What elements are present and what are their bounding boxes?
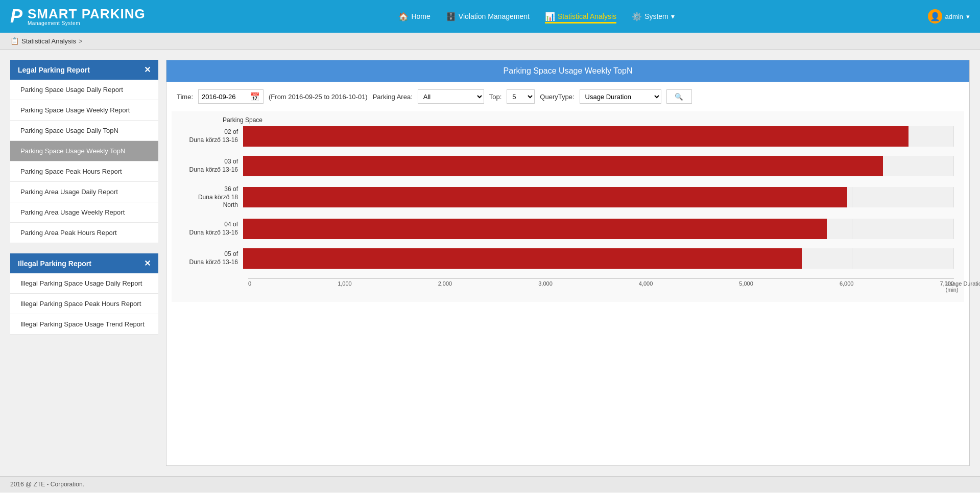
logo-text: SMART PARKING Management System — [28, 7, 146, 26]
nav-area: 🏠 Home 🗄️ Violation Management 📊 Statist… — [398, 10, 674, 24]
nav-system-label: System — [644, 12, 668, 20]
admin-avatar: 👤 — [928, 9, 942, 24]
nav-violation[interactable]: 🗄️ Violation Management — [446, 10, 530, 24]
sidebar-item-illegal-trend[interactable]: Illegal Parking Space Usage Trend Report — [10, 314, 158, 335]
illegal-section-close-icon[interactable]: ✕ — [144, 259, 151, 268]
search-icon: 🔍 — [675, 93, 683, 101]
logo-main-text: SMART PARKING — [28, 7, 146, 20]
admin-area[interactable]: 👤 admin ▾ — [928, 9, 970, 24]
x-axis-label: 1,000 — [338, 280, 352, 287]
bar-track-0 — [243, 126, 954, 147]
sidebar-gap — [10, 243, 158, 253]
querytype-label: QueryType: — [540, 93, 574, 101]
nav-statistical-label: Statistical Analysis — [558, 12, 616, 20]
illegal-section-title: Illegal Parking Report — [18, 260, 91, 268]
admin-arrow-icon: ▾ — [966, 13, 970, 20]
bar-label-1: 03 ofDuna körző 13-16 — [182, 158, 243, 174]
header: P SMART PARKING Management System 🏠 Home… — [0, 0, 980, 33]
x-axis-label: 2,000 — [438, 280, 452, 287]
y-axis-title: Parking Space — [223, 116, 954, 124]
bar-row-2: 36 ofDuna körző 18 North — [182, 185, 954, 209]
sidebar-item-illegal-peak[interactable]: Illegal Parking Space Peak Hours Report — [10, 294, 158, 314]
bar-row-4: 05 ofDuna körző 13-16 — [182, 248, 954, 269]
bar-label-2: 36 ofDuna körző 18 North — [182, 185, 243, 209]
breadcrumb-icon: 📋 — [10, 37, 19, 45]
sidebar-item-daily[interactable]: Parking Space Usage Daily Report — [10, 80, 158, 100]
nav-system[interactable]: ⚙️ System ▾ — [632, 10, 675, 24]
breadcrumb-text[interactable]: Statistical Analysis — [21, 37, 76, 45]
bar-label-3: 04 ofDuna körző 13-16 — [182, 221, 243, 237]
logo-area: P SMART PARKING Management System — [10, 7, 146, 26]
nav-violation-label: Violation Management — [459, 12, 530, 20]
sidebar-item-area-peak[interactable]: Parking Area Peak Hours Report — [10, 223, 158, 243]
x-axis: 01,0002,0003,0004,0005,0006,0007,000Usag… — [248, 278, 954, 287]
bar-row-3: 04 ofDuna körző 13-16 — [182, 219, 954, 239]
sidebar-item-daily-topn[interactable]: Parking Space Usage Daily TopN — [10, 121, 158, 141]
footer-text: 2016 @ ZTE - Corporation. — [10, 481, 84, 488]
bar-fill-1 — [243, 156, 883, 176]
calendar-icon[interactable]: 📅 — [250, 92, 260, 102]
bar-track-1 — [243, 156, 954, 176]
bar-track-4 — [243, 248, 954, 269]
chart-panel: Parking Space Usage Weekly TopN Time: 📅 … — [166, 60, 970, 466]
sidebar-item-illegal-daily[interactable]: Illegal Parking Space Usage Daily Report — [10, 273, 158, 294]
sidebar-item-area-weekly[interactable]: Parking Area Usage Weekly Report — [10, 202, 158, 223]
logo-icon: P — [10, 7, 22, 26]
bar-track-3 — [243, 219, 954, 239]
sidebar-item-weekly-topn[interactable]: Parking Space Usage Weekly TopN — [10, 141, 158, 161]
sidebar-item-area-daily[interactable]: Parking Area Usage Daily Report — [10, 182, 158, 202]
area-select[interactable]: All Duna körző 13-16 Duna körző 18 North — [418, 89, 484, 104]
footer: 2016 @ ZTE - Corporation. — [0, 476, 980, 492]
x-axis-unit: Usage Duration(min) — [946, 280, 980, 293]
top-label: Top: — [489, 93, 502, 101]
legal-section-title: Legal Parking Report — [18, 66, 90, 74]
chart-title: Parking Space Usage Weekly TopN — [166, 60, 969, 82]
x-axis-label: 0 — [248, 280, 251, 287]
sidebar-item-weekly[interactable]: Parking Space Usage Weekly Report — [10, 100, 158, 121]
system-arrow-icon: ▾ — [671, 12, 675, 20]
sidebar: Legal Parking Report ✕ Parking Space Usa… — [10, 60, 158, 466]
violation-icon: 🗄️ — [446, 12, 456, 21]
top-select[interactable]: 5 10 15 — [507, 89, 535, 104]
bar-fill-4 — [243, 248, 802, 269]
date-range-text: (From 2016-09-25 to 2016-10-01) — [269, 93, 368, 101]
home-icon: 🏠 — [398, 12, 409, 21]
chart-controls: Time: 📅 (From 2016-09-25 to 2016-10-01) … — [166, 82, 969, 111]
chart-area: Parking Space 02 ofDuna körző 13-16 — [172, 111, 964, 302]
main-content: Legal Parking Report ✕ Parking Space Usa… — [0, 50, 980, 476]
bar-fill-2 — [243, 187, 847, 207]
x-axis-label: 6,000 — [840, 280, 854, 287]
chart-bars: 02 ofDuna körző 13-16 03 ofDuna körző 13… — [182, 126, 954, 278]
bar-label-0: 02 ofDuna körző 13-16 — [182, 128, 243, 144]
bar-label-4: 05 ofDuna körző 13-16 — [182, 250, 243, 266]
breadcrumb: 📋 Statistical Analysis > — [0, 33, 980, 50]
bar-track-2 — [243, 187, 954, 207]
sidebar-item-peak-hours[interactable]: Parking Space Peak Hours Report — [10, 161, 158, 182]
legal-section-header[interactable]: Legal Parking Report ✕ — [10, 60, 158, 80]
bar-row-1: 03 ofDuna körző 13-16 — [182, 156, 954, 176]
statistical-icon: 📊 — [545, 12, 555, 21]
search-button[interactable]: 🔍 — [666, 89, 692, 104]
x-axis-label: 3,000 — [538, 280, 553, 287]
bar-fill-0 — [243, 126, 909, 147]
x-axis-label: 4,000 — [639, 280, 653, 287]
time-label: Time: — [177, 93, 193, 101]
area-label: Parking Area: — [373, 93, 413, 101]
date-input[interactable] — [202, 93, 248, 101]
system-icon: ⚙️ — [632, 12, 642, 21]
bar-fill-3 — [243, 219, 827, 239]
legal-section-close-icon[interactable]: ✕ — [144, 65, 151, 75]
admin-label: admin — [945, 13, 963, 20]
illegal-section-header[interactable]: Illegal Parking Report ✕ — [10, 253, 158, 273]
querytype-select[interactable]: Usage Duration Usage Count — [580, 89, 661, 104]
date-picker-wrapper[interactable]: 📅 — [198, 89, 264, 104]
nav-home[interactable]: 🏠 Home — [398, 10, 430, 24]
logo-sub-text: Management System — [28, 20, 146, 26]
nav-statistical[interactable]: 📊 Statistical Analysis — [545, 10, 616, 24]
x-axis-label: 5,000 — [739, 280, 753, 287]
breadcrumb-arrow: > — [79, 37, 83, 45]
nav-home-label: Home — [411, 12, 430, 20]
bar-row-0: 02 ofDuna körző 13-16 — [182, 126, 954, 147]
